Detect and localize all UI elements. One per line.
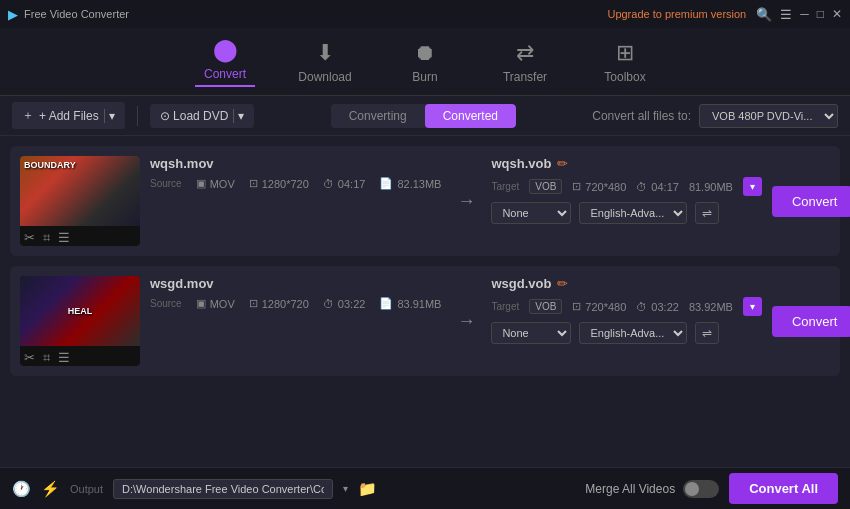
arrow-2: → — [451, 276, 481, 366]
convert-button-2[interactable]: Convert — [772, 306, 850, 337]
load-dvd-button[interactable]: ⊙ Load DVD ▾ — [150, 104, 255, 128]
target-size-2: 83.92MB — [689, 301, 733, 313]
source-duration-2: ⏱ 03:22 — [323, 298, 366, 310]
target-name-row-1: wqsh.vob ✏ — [491, 156, 761, 171]
nav-toolbox[interactable]: ⊞ Toolbox — [595, 40, 655, 84]
add-dropdown-arrow[interactable]: ▾ — [104, 109, 115, 123]
target-resolution-2: ⊡ 720*480 — [572, 300, 626, 313]
footer: 🕐 ⚡ Output ▾ 📁 Merge All Videos Convert … — [0, 467, 850, 509]
cut-icon-2[interactable]: ✂ — [24, 350, 35, 366]
convert-all-button[interactable]: Convert All — [729, 473, 838, 504]
audio-select-2[interactable]: English-Adva... — [579, 322, 687, 344]
tab-converted[interactable]: Converted — [425, 104, 516, 128]
edit-target-icon-1[interactable]: ✏ — [557, 156, 568, 171]
nav-transfer[interactable]: ⇄ Transfer — [495, 40, 555, 84]
format-select[interactable]: VOB 480P DVD-Vi... — [699, 104, 838, 128]
merge-icon-btn-2[interactable]: ⇌ — [695, 322, 719, 344]
toggle-knob — [685, 482, 699, 496]
effect-icon-2[interactable]: ⌗ — [43, 350, 50, 366]
clock-icon[interactable]: 🕐 — [12, 480, 31, 498]
maximize-button[interactable]: □ — [817, 7, 824, 22]
file-info-2: wsgd.mov Source ▣ MOV ⊡ 1280*720 ⏱ 03:22… — [150, 276, 441, 366]
subtitle-icon[interactable]: ☰ — [58, 230, 70, 246]
merge-videos-label: Merge All Videos — [585, 482, 675, 496]
tab-converting[interactable]: Converting — [331, 104, 425, 128]
resolution-icon-1: ⊡ — [249, 177, 258, 190]
subtitle-icon-2[interactable]: ☰ — [58, 350, 70, 366]
nav-transfer-label: Transfer — [503, 70, 547, 84]
tabs-container: Converting Converted — [331, 104, 516, 128]
source-format-2: ▣ MOV — [196, 297, 235, 310]
nav-download[interactable]: ⬇ Download — [295, 40, 355, 84]
output-dropdown-arrow[interactable]: ▾ — [343, 483, 348, 494]
nav-burn[interactable]: ⏺ Burn — [395, 40, 455, 84]
menu-icon[interactable]: ☰ — [780, 7, 792, 22]
target-res-icon-2: ⊡ — [572, 300, 581, 313]
add-files-button[interactable]: ＋ + Add Files ▾ — [12, 102, 125, 129]
target-label-1: Target — [491, 181, 519, 192]
subtitle-select-1[interactable]: None — [491, 202, 571, 224]
source-resolution-2: ⊡ 1280*720 — [249, 297, 309, 310]
file-item-2: HEAL ✂ ⌗ ☰ wsgd.mov Source ▣ MOV ⊡ 1280*… — [10, 266, 840, 376]
bottom-selects-1: None English-Adva... ⇌ — [491, 202, 761, 224]
merge-icon-btn-1[interactable]: ⇌ — [695, 202, 719, 224]
target-row-2: Target VOB ⊡ 720*480 ⏱ 03:22 83.92MB ▾ — [491, 297, 761, 316]
source-row-1: Source ▣ MOV ⊡ 1280*720 ⏱ 04:17 📄 82.13M… — [150, 177, 441, 190]
open-folder-button[interactable]: 📁 — [358, 480, 377, 498]
audio-select-1[interactable]: English-Adva... — [579, 202, 687, 224]
source-label-2: Source — [150, 298, 182, 309]
format-icon-2: ▣ — [196, 297, 206, 310]
burn-nav-icon: ⏺ — [414, 40, 436, 66]
target-format-2: VOB — [529, 299, 562, 314]
output-label: Output — [70, 483, 103, 495]
thumbnail-1: BOUNDARY ✂ ⌗ ☰ — [20, 156, 140, 246]
target-filename-2: wsgd.vob — [491, 276, 551, 291]
thumbnail-controls-2: ✂ ⌗ ☰ — [20, 346, 140, 366]
source-format-1: ▣ MOV — [196, 177, 235, 190]
source-resolution-1: ⊡ 1280*720 — [249, 177, 309, 190]
app-logo-icon: ▶ — [8, 7, 18, 22]
source-duration-1: ⏱ 04:17 — [323, 178, 366, 190]
load-dvd-label: ⊙ Load DVD — [160, 109, 229, 123]
source-filename-1: wqsh.mov — [150, 156, 441, 171]
target-duration-2: ⏱ 03:22 — [636, 301, 679, 313]
toolbar: ＋ + Add Files ▾ ⊙ Load DVD ▾ Converting … — [0, 96, 850, 136]
source-label-1: Source — [150, 178, 182, 189]
lightning-icon[interactable]: ⚡ — [41, 480, 60, 498]
size-icon-2: 📄 — [379, 297, 393, 310]
titlebar: ▶ Free Video Converter Upgrade to premiu… — [0, 0, 850, 28]
close-button[interactable]: ✕ — [832, 7, 842, 22]
search-icon[interactable]: 🔍 — [756, 7, 772, 22]
source-size-1: 📄 82.13MB — [379, 177, 441, 190]
thumbnail-text-1: BOUNDARY — [24, 160, 76, 170]
nav-convert-label: Convert — [204, 67, 246, 81]
file-info-1: wqsh.mov Source ▣ MOV ⊡ 1280*720 ⏱ 04:17… — [150, 156, 441, 246]
source-filename-2: wsgd.mov — [150, 276, 441, 291]
merge-videos-area: Merge All Videos — [585, 480, 719, 498]
thumbnail-image-1: BOUNDARY — [20, 156, 140, 226]
titlebar-right: Upgrade to premium version 🔍 ☰ ─ □ ✕ — [607, 7, 842, 22]
output-path-input[interactable] — [113, 479, 333, 499]
nav-convert[interactable]: ⬤ Convert — [195, 37, 255, 87]
nav-burn-label: Burn — [412, 70, 437, 84]
transfer-nav-icon: ⇄ — [516, 40, 534, 66]
toolbar-divider — [137, 106, 138, 126]
nav-toolbox-label: Toolbox — [604, 70, 645, 84]
source-row-2: Source ▣ MOV ⊡ 1280*720 ⏱ 03:22 📄 83.91M… — [150, 297, 441, 310]
target-format-1: VOB — [529, 179, 562, 194]
merge-toggle[interactable] — [683, 480, 719, 498]
target-dropdown-btn-1[interactable]: ▾ — [743, 177, 762, 196]
dvd-dropdown-arrow[interactable]: ▾ — [233, 109, 244, 123]
cut-icon[interactable]: ✂ — [24, 230, 35, 246]
subtitle-select-2[interactable]: None — [491, 322, 571, 344]
effect-icon[interactable]: ⌗ — [43, 230, 50, 246]
nav-download-label: Download — [298, 70, 351, 84]
target-dur-icon-1: ⏱ — [636, 181, 647, 193]
convert-button-1[interactable]: Convert — [772, 186, 850, 217]
upgrade-link[interactable]: Upgrade to premium version — [607, 8, 746, 20]
target-dropdown-btn-2[interactable]: ▾ — [743, 297, 762, 316]
edit-target-icon-2[interactable]: ✏ — [557, 276, 568, 291]
add-files-label: + Add Files — [39, 109, 99, 123]
resolution-icon-2: ⊡ — [249, 297, 258, 310]
minimize-button[interactable]: ─ — [800, 7, 809, 22]
